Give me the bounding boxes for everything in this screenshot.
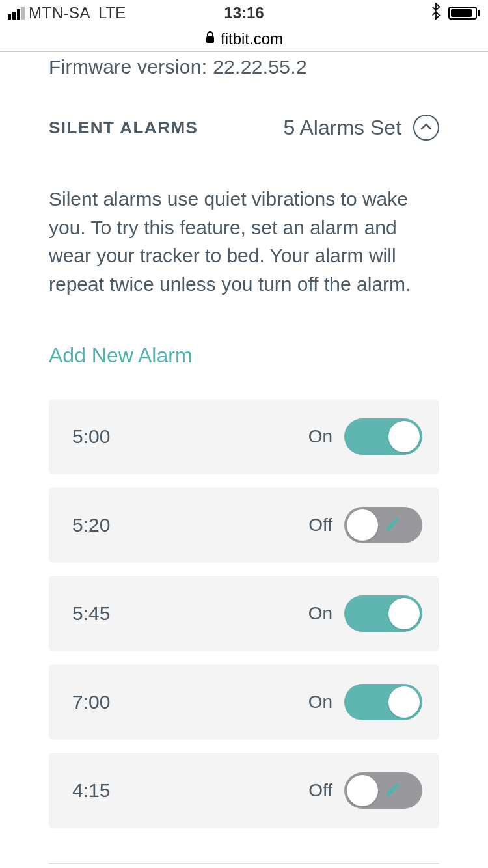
alarms-count-label: 5 Alarms Set xyxy=(284,116,401,140)
firmware-value: 22.22.55.2 xyxy=(213,56,307,77)
alarm-toggle[interactable] xyxy=(344,507,422,543)
alarm-state-label: Off xyxy=(308,780,332,801)
collapse-toggle[interactable] xyxy=(413,115,439,141)
alarm-state-label: On xyxy=(308,692,332,712)
toggle-knob xyxy=(388,598,420,629)
add-new-alarm-link[interactable]: Add New Alarm xyxy=(49,344,193,368)
signal-icon xyxy=(8,7,25,20)
status-right xyxy=(430,3,480,23)
alarm-toggle[interactable] xyxy=(344,418,422,455)
alarm-time: 5:20 xyxy=(72,514,110,536)
status-left: MTN-SA LTE xyxy=(8,4,126,22)
toggle-knob xyxy=(388,686,420,718)
alarm-state-label: Off xyxy=(308,515,332,536)
alarm-item[interactable]: 5:20Off xyxy=(49,487,439,563)
network-label: LTE xyxy=(98,4,126,22)
alarm-state-label: On xyxy=(308,603,332,624)
silent-alarms-header: SILENT ALARMS 5 Alarms Set xyxy=(49,115,439,141)
silent-alarms-description: Silent alarms use quiet vibrations to wa… xyxy=(49,185,439,298)
url-bar[interactable]: fitbit.com xyxy=(0,26,488,52)
toggle-knob xyxy=(347,775,378,806)
firmware-line: Firmware version: 22.22.55.2 xyxy=(49,56,439,78)
edit-icon xyxy=(397,694,411,711)
bluetooth-icon xyxy=(430,3,442,23)
alarm-item[interactable]: 5:00On xyxy=(49,399,439,474)
alarm-item[interactable]: 7:00On xyxy=(49,664,439,740)
alarm-time: 5:00 xyxy=(72,426,110,448)
lock-icon xyxy=(205,30,215,48)
svg-rect-0 xyxy=(206,36,214,43)
alarm-item[interactable]: 5:45On xyxy=(49,576,439,651)
toggle-knob xyxy=(347,509,378,541)
alarm-list: 5:00On5:20Off5:45On7:00On4:15Off xyxy=(49,399,439,828)
alarm-toggle[interactable] xyxy=(344,595,422,632)
edit-icon xyxy=(385,515,401,535)
alarm-state-label: On xyxy=(308,426,332,447)
alarm-time: 5:45 xyxy=(72,603,110,625)
firmware-label: Firmware version: xyxy=(49,56,207,77)
alarm-toggle[interactable] xyxy=(344,772,422,809)
status-bar: MTN-SA LTE 13:16 xyxy=(0,0,488,26)
alarm-item[interactable]: 4:15Off xyxy=(49,753,439,828)
alarm-time: 7:00 xyxy=(72,691,110,713)
edit-icon xyxy=(397,605,411,622)
alarm-toggle[interactable] xyxy=(344,684,422,720)
edit-icon xyxy=(397,428,411,445)
silent-alarms-title: SILENT ALARMS xyxy=(49,118,198,138)
alarm-time: 4:15 xyxy=(72,780,110,802)
chevron-up-icon xyxy=(420,122,432,133)
url-domain: fitbit.com xyxy=(221,30,283,48)
toggle-knob xyxy=(388,421,420,452)
carrier-label: MTN-SA xyxy=(29,4,90,22)
edit-icon xyxy=(385,781,401,800)
section-divider xyxy=(49,863,439,864)
battery-icon xyxy=(448,7,480,20)
